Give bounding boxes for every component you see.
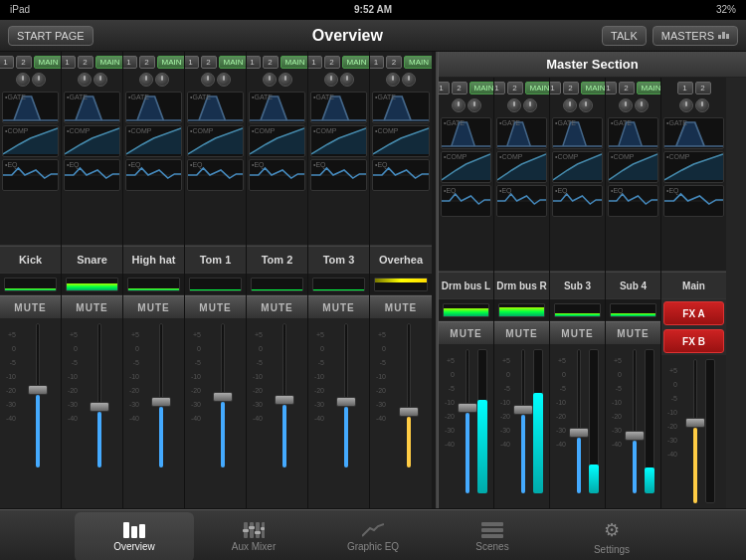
knob-0[interactable] [78, 73, 92, 87]
bus-button-2[interactable]: 2 [263, 56, 279, 69]
bus-button-2[interactable]: 2 [619, 82, 635, 94]
talk-button[interactable]: TALK [602, 26, 647, 46]
bus-button-1[interactable]: 1 [370, 56, 384, 69]
bus-button-1[interactable]: 1 [0, 56, 14, 69]
tab-scenes[interactable]: Scenes [433, 512, 552, 560]
tab-graphic-eq[interactable]: Graphic EQ [313, 512, 433, 560]
main-badge[interactable]: MAIN [95, 56, 123, 69]
bus-button-1[interactable]: 1 [494, 82, 505, 94]
mute-button[interactable]: MUTE [370, 295, 432, 319]
fader-track[interactable] [338, 323, 354, 467]
bus-button-2[interactable]: 2 [201, 56, 217, 69]
fader-handle[interactable] [685, 418, 705, 428]
fader-track[interactable] [153, 323, 169, 467]
bus-button-2[interactable]: 2 [386, 56, 402, 69]
bus-button-1[interactable]: 1 [185, 56, 199, 69]
mute-button[interactable]: MUTE [123, 295, 184, 319]
fader-handle[interactable] [399, 407, 419, 417]
fader-track[interactable] [627, 349, 643, 493]
fader-track[interactable] [515, 349, 531, 493]
mute-button[interactable]: MUTE [0, 295, 61, 319]
fader-handle[interactable] [458, 403, 477, 413]
bus-button-1[interactable]: 1 [247, 56, 261, 69]
knob-1[interactable] [340, 73, 354, 87]
fader-track[interactable] [277, 323, 292, 467]
bus-button-1[interactable]: 1 [308, 56, 322, 69]
mute-button[interactable]: MUTE [439, 321, 493, 345]
fx-a-button[interactable]: FX A [663, 301, 724, 325]
knob-1[interactable] [155, 73, 169, 87]
start-page-button[interactable]: START PAGE [8, 26, 93, 46]
knob-1[interactable] [93, 73, 107, 87]
bus-button-2[interactable]: 2 [324, 56, 340, 69]
fader-handle[interactable] [275, 395, 294, 405]
main-badge[interactable]: MAIN [469, 82, 494, 94]
knob-1[interactable] [695, 98, 709, 112]
tab-settings[interactable]: ⚙ Settings [552, 512, 671, 560]
mute-button[interactable]: MUTE [308, 295, 369, 319]
knob-1[interactable] [279, 73, 292, 87]
knob-1[interactable] [579, 98, 593, 112]
knob-1[interactable] [467, 98, 481, 112]
bus-button-2[interactable]: 2 [139, 56, 155, 69]
tab-overview[interactable]: Overview [75, 512, 194, 560]
knob-0[interactable] [139, 73, 153, 87]
fader-track[interactable] [215, 323, 231, 467]
fx-b-button[interactable]: FX B [663, 329, 724, 353]
mute-button[interactable]: MUTE [62, 295, 122, 319]
knob-0[interactable] [452, 98, 466, 112]
bus-button-1[interactable]: 1 [677, 82, 693, 94]
knob-0[interactable] [263, 73, 277, 87]
knob-0[interactable] [507, 98, 521, 112]
fader-track[interactable] [687, 359, 703, 503]
masters-button[interactable]: MASTERS [653, 26, 738, 46]
fader-handle[interactable] [90, 402, 109, 412]
main-badge[interactable]: MAIN [219, 56, 247, 69]
mute-button[interactable]: MUTE [606, 321, 660, 345]
main-badge[interactable]: MAIN [525, 82, 550, 94]
main-badge[interactable]: MAIN [637, 82, 661, 94]
main-badge[interactable]: MAIN [280, 56, 308, 69]
bus-button-2[interactable]: 2 [563, 82, 579, 94]
knob-0[interactable] [201, 73, 215, 87]
bus-button-1[interactable]: 1 [62, 56, 76, 69]
mute-button[interactable]: MUTE [550, 321, 605, 345]
fader-track[interactable] [30, 323, 46, 467]
knob-0[interactable] [324, 73, 338, 87]
knob-1[interactable] [523, 98, 537, 112]
knob-0[interactable] [679, 98, 693, 112]
fader-handle[interactable] [625, 431, 645, 441]
tab-aux-mixer[interactable]: Aux Mixer [194, 512, 313, 560]
fader-track[interactable] [460, 349, 475, 493]
bus-button-2[interactable]: 2 [16, 56, 32, 69]
knob-0[interactable] [16, 73, 30, 87]
bus-button-2[interactable]: 2 [507, 82, 523, 94]
mute-button[interactable]: MUTE [494, 321, 549, 345]
mute-button[interactable]: MUTE [185, 295, 246, 319]
knob-1[interactable] [635, 98, 649, 112]
main-badge[interactable]: MAIN [34, 56, 62, 69]
bus-button-1[interactable]: 1 [123, 56, 137, 69]
fader-track[interactable] [92, 323, 107, 467]
fader-handle[interactable] [213, 392, 233, 402]
knob-0[interactable] [619, 98, 633, 112]
main-badge[interactable]: MAIN [342, 56, 370, 69]
knob-1[interactable] [32, 73, 46, 87]
fader-track[interactable] [401, 323, 417, 467]
bus-button-2[interactable]: 2 [695, 82, 711, 94]
bus-button-2[interactable]: 2 [452, 82, 467, 94]
knob-0[interactable] [563, 98, 577, 112]
bus-button-1[interactable]: 1 [606, 82, 617, 94]
main-badge[interactable]: MAIN [581, 82, 606, 94]
fader-handle[interactable] [151, 397, 171, 407]
bus-button-2[interactable]: 2 [78, 56, 93, 69]
knob-0[interactable] [386, 73, 400, 87]
fader-handle[interactable] [569, 428, 589, 438]
mute-button[interactable]: MUTE [247, 295, 307, 319]
fader-handle[interactable] [28, 385, 48, 395]
fader-track[interactable] [571, 349, 587, 493]
bus-button-1[interactable]: 1 [550, 82, 561, 94]
fader-handle[interactable] [336, 397, 356, 407]
knob-1[interactable] [402, 73, 416, 87]
main-badge[interactable]: MAIN [404, 56, 432, 69]
